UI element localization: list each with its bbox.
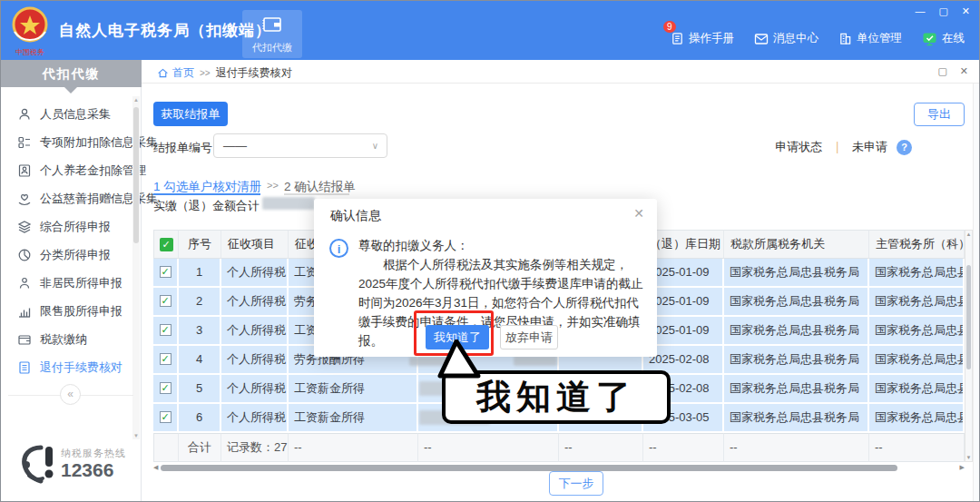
sidebar-item-restricted-shares[interactable]: 限售股所得申报 — [1, 297, 133, 325]
scroll-down-icon[interactable]: ▼ — [965, 455, 972, 460]
footer-dash: -- — [724, 433, 869, 462]
sidebar-scrollbar-thumb[interactable] — [133, 107, 139, 243]
envelope-icon — [754, 33, 769, 45]
help-icon[interactable]: ? — [897, 140, 912, 155]
dialog-title: 确认信息 — [330, 208, 381, 224]
redacted-value — [514, 356, 557, 366]
sidebar-item-label: 分类所得申报 — [40, 247, 111, 263]
table-scrollbar-thumb[interactable] — [966, 265, 971, 369]
cell-no: 2 — [179, 288, 221, 317]
list-grid-icon — [17, 135, 32, 150]
statement-no-select[interactable]: —— ∨ — [213, 133, 387, 158]
org-manage-label: 单位管理 — [857, 31, 902, 46]
apply-status-value: 未申请 — [852, 139, 887, 155]
hscrollbar-thumb[interactable] — [161, 465, 897, 471]
pane-restore-button[interactable]: ▢ — [937, 65, 946, 77]
close-button[interactable]: ✕ — [962, 5, 970, 17]
footer-dash: -- — [418, 433, 559, 462]
cell-office: 国家税务总局忠县税务局 — [869, 375, 965, 404]
cell-no: 1 — [179, 259, 221, 288]
table-footer-row: 合计 记录数：27 -- -- -- -- -- -- — [153, 433, 965, 462]
sidebar: 代扣代缴 人员信息采集 专项附加扣除信息采集 个人养老金扣除管理 公益慈善捐赠信… — [1, 60, 142, 502]
footer-dash: -- — [643, 433, 724, 462]
row-checkbox[interactable] — [160, 411, 172, 423]
export-button[interactable]: 导出 — [914, 103, 965, 126]
sidebar-item-personnel-info[interactable]: 人员信息采集 — [1, 100, 133, 128]
manual-label: 操作手册 — [689, 31, 734, 46]
sidebar-item-label: 综合所得申报 — [40, 219, 111, 235]
sidebar-collapse-button[interactable]: « — [60, 384, 81, 405]
message-badge: 9 — [663, 21, 676, 33]
cell-item: 个人所得税 — [221, 259, 289, 288]
cell-no: 4 — [179, 346, 221, 375]
layers-icon — [17, 220, 32, 234]
cell-sub: 工资薪金所得 — [289, 375, 418, 404]
scroll-up-icon[interactable]: ▲ — [965, 231, 972, 237]
hotline: 纳税服务热线 12366 — [17, 441, 135, 490]
dialog-close-icon[interactable]: ✕ — [633, 206, 644, 221]
annotation-cursor-pointer — [436, 340, 485, 379]
select-all-checkbox[interactable] — [160, 238, 173, 251]
row-checkbox[interactable] — [160, 295, 172, 307]
sidebar-item-comprehensive-income[interactable]: 综合所得申报 — [1, 212, 133, 241]
sidebar-item-charity-donation[interactable]: 公益慈善捐赠信息采集 — [1, 184, 133, 212]
footer-dash: -- — [869, 433, 965, 462]
sidebar-menu: 人员信息采集 专项附加扣除信息采集 个人养老金扣除管理 公益慈善捐赠信息采集 综… — [1, 100, 133, 381]
pane-close-button[interactable]: ✕ — [960, 65, 968, 77]
row-checkbox[interactable] — [160, 382, 172, 394]
dialog-cancel-button[interactable]: 放弃申请 — [500, 325, 558, 349]
cell-office: 国家税务总局忠县税务局 — [869, 317, 965, 346]
scroll-left-icon[interactable]: ◀ — [153, 464, 158, 471]
annotation-callout-text: 我知道了 — [446, 374, 667, 420]
message-center-button[interactable]: 消息中心 — [754, 31, 818, 46]
cell-checkbox — [153, 317, 179, 346]
sidebar-item-pension-deduction[interactable]: 个人养老金扣除管理 — [1, 156, 133, 184]
sidebar-item-special-deduction[interactable]: 专项附加扣除信息采集 — [1, 128, 133, 156]
apply-status-label: 申请状态 — [775, 139, 822, 155]
sidebar-item-nonresident-income[interactable]: 非居民所得申报 — [1, 269, 133, 297]
minimize-button[interactable]: — — [915, 5, 925, 17]
tab-withholding-label: 代扣代缴 — [242, 41, 302, 54]
table-vertical-scrollbar[interactable]: ▲ ▼ — [965, 230, 973, 462]
row-checkbox[interactable] — [160, 353, 172, 365]
person-icon — [17, 107, 32, 122]
sidebar-item-classified-income[interactable]: 分类所得申报 — [1, 241, 133, 269]
cell-no: 5 — [179, 375, 221, 404]
header-checkbox-cell — [153, 230, 179, 259]
window-controls: — ▢ ✕ — [915, 5, 970, 17]
cell-org: 国家税务总局忠县税务局 — [724, 375, 869, 404]
fetch-statement-button[interactable]: 获取结报单 — [153, 102, 228, 126]
app-header: 中国税务 自然人电子税务局（扣缴端） 代扣代缴 — ▢ ✕ 操作手册 9 消 — [1, 1, 980, 60]
heart-hand-icon — [17, 192, 32, 206]
row-checkbox[interactable] — [160, 266, 172, 278]
building-icon — [838, 32, 852, 45]
breadcrumb-home[interactable]: 首页 — [157, 65, 194, 81]
scroll-right-icon[interactable]: ▶ — [960, 464, 965, 471]
cell-org: 国家税务总局忠县税务局 — [724, 404, 869, 433]
org-manage-button[interactable]: 单位管理 — [838, 31, 902, 46]
breadcrumb-bar: 首页 >> 退付手续费核对 ▢ ✕ — [142, 60, 980, 84]
breadcrumb-current: 退付手续费核对 — [216, 65, 292, 81]
sidebar-scrollbar[interactable]: ▲ ▼ — [132, 96, 140, 439]
tab-withholding[interactable]: 代扣代缴 — [242, 10, 302, 58]
tax-emblem-icon: 中国税务 — [8, 5, 52, 57]
sidebar-item-label: 非居民所得申报 — [40, 275, 122, 291]
next-step-button[interactable]: 下一步 — [549, 471, 603, 496]
row-checkbox[interactable] — [160, 324, 172, 336]
sidebar-item-tax-payment[interactable]: 税款缴纳 — [1, 325, 133, 353]
manual-button[interactable]: 操作手册 9 — [671, 31, 734, 46]
statement-no-value: —— — [223, 139, 247, 153]
sidebar-item-refund-fee-check[interactable]: 退付手续费核对 — [1, 353, 133, 381]
cell-sub: 工资薪金所得 — [289, 404, 418, 433]
wallet-icon — [261, 15, 283, 34]
cell-org: 国家税务总局忠县税务局 — [724, 317, 869, 346]
restore-button[interactable]: ▢ — [938, 5, 947, 17]
sidebar-item-label: 公益慈善捐赠信息采集 — [40, 191, 158, 207]
sidebar-group-title: 代扣代缴 — [1, 60, 142, 87]
online-status[interactable]: 在线 — [922, 31, 965, 46]
document-lines-icon — [17, 360, 32, 375]
cell-org: 国家税务总局忠县税务局 — [724, 259, 869, 288]
scroll-up-icon[interactable]: ▲ — [132, 97, 140, 103]
step-2-underline — [284, 193, 349, 195]
scroll-down-icon[interactable]: ▼ — [132, 433, 140, 438]
